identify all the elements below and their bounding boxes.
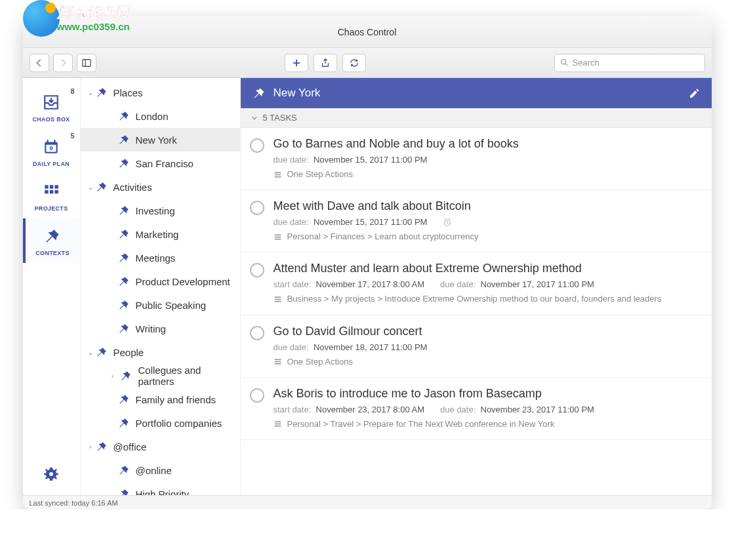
badge: 5 — [70, 132, 74, 140]
tree-label: London — [136, 111, 169, 122]
pin-icon — [95, 86, 108, 99]
tree-item[interactable]: High Priority — [81, 482, 240, 495]
pin-icon — [117, 416, 131, 430]
pin-icon — [117, 464, 131, 477]
edit-icon[interactable] — [689, 88, 700, 99]
tree-item[interactable]: Product Development — [81, 270, 240, 293]
task-checkbox[interactable] — [250, 263, 264, 277]
pin-icon — [95, 346, 108, 359]
tree-item[interactable]: New York — [81, 128, 240, 151]
tree-item[interactable]: Meetings — [81, 246, 240, 270]
statusbar: Last synced: today 6:16 AM — [23, 495, 712, 510]
sidebar-toggle-button[interactable] — [77, 54, 96, 72]
svg-rect-24 — [274, 299, 281, 300]
task-checkbox[interactable] — [250, 138, 264, 153]
chevron-down-icon: ⌄ — [86, 349, 95, 356]
tree-item[interactable]: ⌄Places — [81, 81, 240, 104]
sync-icon — [350, 58, 359, 68]
tree-label: People — [113, 347, 144, 358]
tree-item[interactable]: Investing — [81, 199, 240, 222]
task-checkbox[interactable] — [250, 388, 264, 403]
back-button[interactable] — [30, 54, 49, 72]
rail-label: PROJECTS — [35, 205, 68, 212]
context-tree: ⌄PlacesLondonNew YorkSan Franciso⌄Activi… — [81, 78, 241, 495]
tree-item[interactable]: ⌄People — [81, 340, 240, 364]
tree-item[interactable]: ›@office — [81, 435, 240, 458]
tree-label: Portfolio companies — [136, 418, 222, 429]
rail-chaos-box[interactable]: 8 CHAOS BOX — [23, 85, 80, 129]
svg-rect-20 — [274, 234, 281, 235]
rail-contexts[interactable]: CONTEXTS — [23, 218, 80, 263]
calendar-icon: 9 — [43, 138, 60, 155]
task-item[interactable]: Attend Muster and learn about Extreme Ow… — [241, 252, 712, 315]
svg-rect-13 — [50, 190, 53, 193]
task-path: One Step Actions — [274, 169, 700, 180]
pin-icon — [117, 322, 131, 335]
sync-button[interactable] — [342, 54, 366, 72]
tree-label: San Franciso — [136, 158, 194, 169]
tree-item[interactable]: San Franciso — [81, 151, 240, 175]
pin-icon — [95, 440, 108, 453]
tree-item[interactable]: @online — [81, 458, 240, 482]
rail-label: CONTEXTS — [35, 250, 69, 256]
main-panel: New York 5 TASKS Go to Barnes and Noble … — [241, 78, 712, 495]
task-item[interactable]: Go to David Gilmour concertdue date: Nov… — [241, 315, 712, 378]
svg-rect-10 — [50, 185, 53, 188]
pin-icon — [95, 180, 108, 193]
task-title: Go to Barnes and Noble and buy a lot of … — [274, 137, 700, 151]
chevron-right-icon — [58, 58, 68, 68]
task-meta: start date: November 17, 2017 8:00 AMdue… — [274, 279, 700, 289]
left-rail: 8 CHAOS BOX 5 9 DAILY PLAN PROJECTS CONT… — [23, 78, 81, 495]
tree-item[interactable]: Family and friends — [81, 388, 240, 411]
svg-rect-17 — [274, 174, 281, 175]
pin-icon — [119, 369, 133, 382]
task-item[interactable]: Meet with Dave and talk about Bitcoindue… — [241, 190, 712, 252]
tree-item[interactable]: Portfolio companies — [81, 411, 240, 435]
task-title: Attend Muster and learn about Extreme Ow… — [274, 262, 700, 275]
context-title: New York — [274, 87, 321, 100]
share-button[interactable] — [314, 54, 337, 72]
pin-icon — [44, 228, 61, 245]
pin-icon — [117, 157, 131, 170]
svg-rect-23 — [274, 296, 281, 298]
tree-label: Marketing — [136, 229, 179, 240]
task-item[interactable]: Ask Boris to introduce me to Jason from … — [241, 378, 712, 440]
rail-projects[interactable]: PROJECTS — [23, 174, 80, 218]
tree-item[interactable]: London — [81, 104, 240, 128]
svg-point-2 — [561, 60, 565, 64]
tree-label: Writing — [136, 323, 166, 334]
task-item[interactable]: Go to Barnes and Noble and buy a lot of … — [241, 128, 712, 190]
sidebar-icon — [82, 58, 91, 68]
task-checkbox[interactable] — [250, 201, 264, 215]
tree-item[interactable]: Marketing — [81, 222, 240, 246]
forward-button[interactable] — [53, 54, 73, 72]
tree-item[interactable]: Writing — [81, 317, 240, 340]
svg-rect-29 — [274, 422, 281, 423]
task-path: Personal > Finances > Learn about crypto… — [274, 231, 700, 243]
pin-icon — [117, 204, 131, 217]
rail-daily-plan[interactable]: 5 9 DAILY PLAN — [23, 129, 80, 174]
tree-label: Meetings — [136, 252, 176, 264]
grid-icon — [43, 183, 60, 200]
task-title: Go to David Gilmour concert — [274, 325, 700, 338]
add-button[interactable] — [285, 54, 308, 72]
gear-icon — [43, 466, 59, 482]
svg-rect-11 — [54, 185, 58, 188]
pin-icon — [253, 87, 266, 100]
plus-icon — [292, 58, 301, 68]
sync-status: Last synced: today 6:16 AM — [30, 499, 118, 507]
tasks-section-header[interactable]: 5 TASKS — [241, 108, 712, 128]
search-input[interactable]: Search — [554, 54, 705, 72]
svg-rect-7 — [47, 140, 49, 143]
task-title: Meet with Dave and talk about Bitcoin — [274, 199, 700, 213]
tree-item[interactable]: ›Collegues and partners — [81, 364, 240, 388]
pin-icon — [117, 110, 131, 123]
tree-item[interactable]: Public Speaking — [81, 293, 240, 317]
svg-rect-26 — [274, 359, 281, 361]
settings-button[interactable] — [43, 466, 59, 485]
svg-rect-12 — [45, 190, 48, 193]
tree-label: Investing — [136, 205, 175, 216]
tree-item[interactable]: ⌄Activities — [81, 175, 240, 199]
chevron-down-icon — [251, 115, 258, 121]
task-checkbox[interactable] — [250, 326, 264, 340]
